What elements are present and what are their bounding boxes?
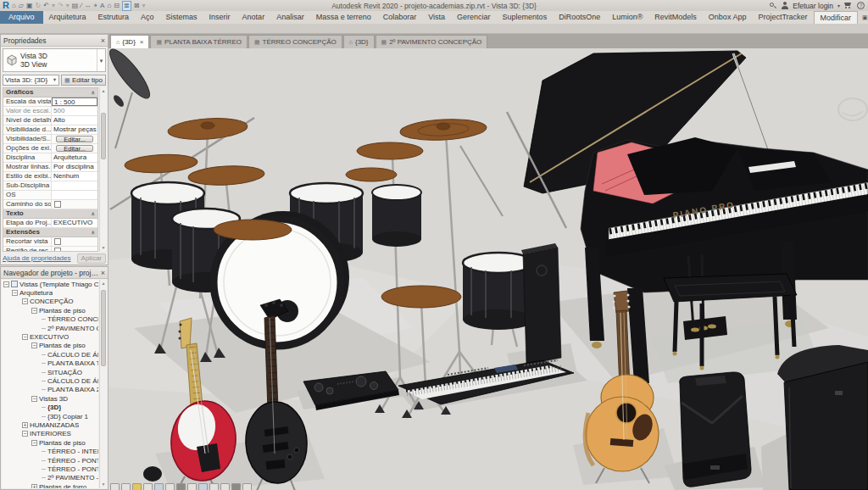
expander[interactable]: + — [31, 484, 37, 488]
tree-item-view[interactable]: PLANTA BAIXA 2º — [2, 386, 98, 394]
prop-row[interactable]: Estilo de exibi...Nenhum — [3, 172, 97, 181]
sign-in-caret-icon[interactable]: ▾ — [837, 3, 840, 8]
expander[interactable]: − — [22, 298, 28, 304]
vcb-scale-button[interactable] — [110, 483, 120, 490]
redo-caret-icon[interactable]: ▾ — [66, 2, 70, 10]
expander[interactable]: − — [3, 281, 9, 287]
expander[interactable]: − — [22, 334, 28, 340]
search-icon[interactable] — [770, 2, 777, 9]
close-icon[interactable]: × — [101, 36, 105, 45]
tree-item-view[interactable]: CÁLCULO DE ÁRE — [2, 376, 98, 385]
tab-arquitetura[interactable]: Arquitetura — [43, 11, 92, 24]
prop-row[interactable]: Visibilidade d...Mostrar peças — [3, 125, 97, 135]
tree-item-view[interactable]: TÉRREO - PONTO — [2, 456, 98, 465]
tree-item-plantas-piso[interactable]: −Plantas de piso — [2, 438, 98, 447]
tree-item-plantas-piso[interactable]: −Plantas de piso — [2, 306, 98, 315]
properties-scrollbar[interactable]: ▲ ▼ — [99, 87, 107, 252]
edit-type-button[interactable]: ▦ Editar tipo — [61, 75, 106, 86]
prop-row[interactable]: Nível de detalheAlto — [3, 116, 97, 125]
view-tab-3d[interactable]: ⌂{3D}× — [110, 35, 149, 48]
print-icon[interactable]: ▤ — [72, 2, 79, 10]
edit-button[interactable]: Editar... — [56, 136, 93, 142]
scroll-up-icon[interactable]: ▲ — [100, 87, 107, 95]
expander[interactable]: − — [12, 290, 18, 296]
section-icon[interactable]: ⊟ — [114, 2, 120, 10]
tab-onbox-app[interactable]: Onbox App — [703, 11, 753, 24]
vcb-crop-view-button[interactable] — [165, 483, 175, 490]
undo-caret-icon[interactable]: ▾ — [52, 2, 55, 10]
prop-row[interactable]: Sub-Disciplina — [3, 181, 97, 191]
properties-header[interactable]: Propriedades × — [1, 35, 108, 47]
amp-cabinet[interactable] — [777, 345, 868, 490]
section-extensoes[interactable]: Extensões∧ — [3, 228, 97, 237]
redo-icon[interactable]: ↷ — [58, 2, 64, 10]
tab-revitmodels[interactable]: RevitModels — [648, 11, 703, 24]
aligned-dimension-icon[interactable]: ↔ — [85, 2, 92, 10]
close-icon[interactable]: × — [101, 269, 105, 277]
section-texto[interactable]: Texto∧ — [3, 209, 97, 219]
revit-logo-icon[interactable]: R — [3, 1, 9, 10]
home-icon[interactable]: ⌂ — [12, 2, 16, 10]
tree-item-view[interactable]: SITUAÇÃO — [2, 368, 98, 376]
view-tab-3d-2[interactable]: ⌂{3D} — [343, 35, 375, 48]
expander[interactable]: − — [22, 431, 28, 437]
tree-item-concepcao[interactable]: −CONCEPÇÃO — [2, 298, 98, 306]
tall-speaker[interactable] — [521, 243, 561, 365]
edit-button[interactable]: Editar... — [56, 145, 93, 152]
prop-row[interactable]: Opções de exi...Editar... — [3, 144, 97, 153]
tag-icon[interactable]: ⌖ — [94, 2, 98, 10]
type-selector[interactable]: Vista 3D 3D View ▼ — [3, 48, 106, 72]
tab-massa-e-terreno[interactable]: Massa e terreno — [310, 11, 377, 24]
crop-region-checkbox[interactable] — [54, 248, 61, 252]
tab-arquivo[interactable]: Arquivo — [0, 11, 43, 24]
prop-row[interactable]: Escala da vista1 : 500 — [3, 97, 97, 107]
scroll-thumb[interactable] — [101, 290, 106, 366]
tab-anotar[interactable]: Anotar — [236, 11, 271, 24]
tab-suplementos[interactable]: Suplementos — [497, 11, 554, 24]
tab-lumion[interactable]: Lumion® — [606, 11, 648, 24]
close-inactive-icon[interactable]: ⊠ — [134, 2, 140, 10]
prop-row[interactable]: Recortar vista — [3, 237, 97, 247]
instance-selector[interactable]: Vista 3D: {3D}▼ — [3, 75, 59, 86]
vcb-shadows-button[interactable] — [154, 483, 164, 490]
prop-row[interactable]: Mostrar linhas...Por disciplina — [3, 163, 97, 172]
vcb-worksharing-button[interactable] — [209, 483, 219, 490]
vcb-crop-region-button[interactable] — [176, 483, 186, 490]
crop-view-checkbox[interactable] — [54, 238, 61, 245]
tab-inserir[interactable]: Inserir — [203, 11, 236, 24]
thin-lines-icon[interactable]: ≣ — [122, 1, 131, 11]
scroll-up-icon[interactable]: ▲ — [100, 280, 107, 287]
vcb-reveal-hidden-button[interactable] — [198, 483, 208, 490]
help-icon[interactable]: ? — [857, 2, 865, 9]
vcb-temporary-hide-button[interactable] — [187, 483, 197, 490]
viewport-3d[interactable]: PIANO PRO — [108, 48, 868, 490]
tree-item-view[interactable]: 2º PAVIMENTO CO — [2, 324, 98, 332]
vcb-hide-analytical-button[interactable] — [231, 483, 241, 490]
vcb-visual-style-button[interactable] — [143, 483, 153, 490]
tab-colaborar[interactable]: Colaborar — [377, 11, 423, 24]
browser-scrollbar[interactable]: ▲ ▼ — [99, 280, 107, 488]
vcb-sun-path-button[interactable] — [132, 483, 142, 490]
sync-icon[interactable]: ↻ — [36, 2, 42, 10]
tree-item-executivo[interactable]: −EXECUTIVO — [2, 332, 98, 341]
view-tab-2-pavimento-concepcao[interactable]: ▦2º PAVIMENTO CONCEPÇÃO — [376, 35, 488, 48]
tree-item-plantas-forro[interactable]: +Plantas de forro — [2, 482, 98, 488]
tab-vista[interactable]: Vista — [422, 11, 451, 24]
expander[interactable]: + — [22, 422, 28, 428]
collapse-icon[interactable]: ∧ — [92, 209, 95, 218]
prop-row[interactable]: DisciplinaArquitetura — [3, 153, 97, 163]
tree-item-vistas-3d[interactable]: −Vistas 3D — [2, 394, 98, 403]
vcb-temp-properties-button[interactable] — [220, 483, 230, 490]
tab-sistemas[interactable]: Sistemas — [160, 11, 203, 24]
measure-icon[interactable]: ∕ — [81, 2, 81, 10]
apply-button[interactable]: Aplicar — [77, 253, 106, 264]
cart-icon[interactable] — [844, 2, 853, 9]
tab-analisar[interactable]: Analisar — [270, 11, 310, 24]
user-icon[interactable] — [782, 2, 788, 9]
save-icon[interactable]: ▣ — [26, 2, 33, 10]
sun-path-checkbox[interactable] — [54, 201, 61, 208]
prop-row[interactable]: OS — [3, 191, 97, 200]
expander[interactable]: − — [31, 440, 37, 446]
tree-item-view[interactable]: TÉRREO - INTERIO — [2, 447, 98, 455]
tree-item-view[interactable]: PLANTA BAIXA TÉ — [2, 359, 98, 368]
